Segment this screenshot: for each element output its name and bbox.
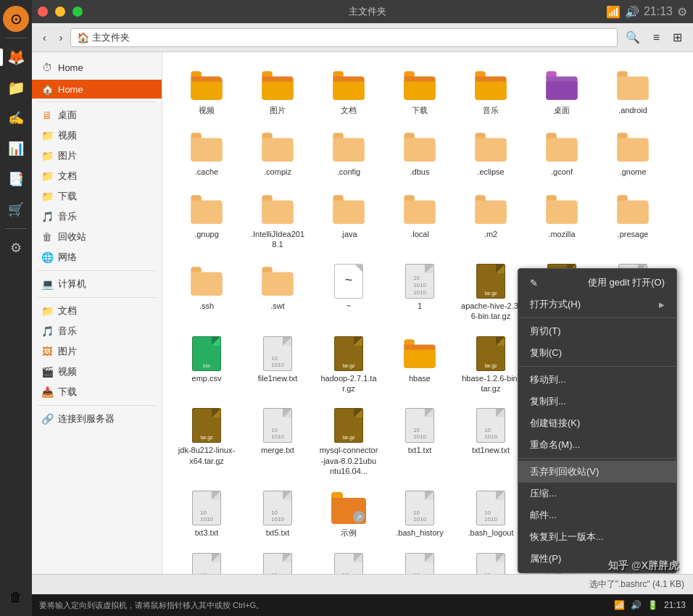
file-mysql-connector[interactable]: tar.gz mysql-connector-java-8.0.21ubuntu… bbox=[316, 404, 381, 480]
sidebar-item-trash[interactable]: 🗑 回收站 bbox=[32, 227, 162, 247]
dock-calc[interactable]: 📊 bbox=[3, 136, 29, 162]
forward-button[interactable]: › bbox=[54, 29, 68, 46]
ctx-copy[interactable]: 复制(C) bbox=[518, 342, 676, 364]
sidebar-item-recent[interactable]: ⏱ Home bbox=[32, 58, 162, 77]
back-button[interactable]: ‹ bbox=[38, 29, 51, 46]
ctx-revert[interactable]: 恢复到上一版本... bbox=[518, 526, 676, 548]
file-mysql-history[interactable]: 101010 .mysql_history bbox=[316, 549, 381, 574]
folder-gnupg[interactable]: .gnupg bbox=[174, 188, 239, 254]
folder-desktop[interactable]: 桌面 bbox=[529, 64, 594, 120]
file-merge-crc[interactable]: 101010 .merge.txt.crc bbox=[245, 549, 310, 574]
dock-impress[interactable]: 📑 bbox=[3, 166, 29, 192]
tray-icon-network: 📶 bbox=[614, 600, 625, 610]
folder-eclipse[interactable]: .eclipse bbox=[458, 125, 523, 181]
folder-dbus[interactable]: .dbus bbox=[387, 125, 452, 181]
grid-view-button[interactable]: ⊞ bbox=[668, 28, 687, 47]
folder-java[interactable]: .java bbox=[316, 188, 381, 254]
file-hadoop[interactable]: tar.gz hadoop-2.7.1.tar.gz bbox=[316, 332, 381, 399]
file-tilde[interactable]: ~ ~ bbox=[316, 259, 381, 326]
search-button[interactable]: 🔍 bbox=[621, 28, 645, 47]
sidebar-item-video2[interactable]: 🎬 视频 bbox=[32, 362, 162, 382]
folder-cache[interactable]: .cache bbox=[174, 125, 239, 181]
folder-intellij[interactable]: .IntelliJIdea2018.1 bbox=[245, 188, 310, 254]
sidebar-item-music[interactable]: 🎵 音乐 bbox=[32, 207, 162, 227]
minimize-button[interactable] bbox=[55, 7, 65, 17]
file-txt1[interactable]: 101010 txt1.txt bbox=[387, 404, 452, 480]
file-sudo-admin[interactable]: 101010 .sudo_as_admin_successful bbox=[458, 549, 523, 574]
folder-config[interactable]: .config bbox=[316, 125, 381, 181]
ctx-open-gedit[interactable]: ✎ 使用 gedit 打开(O) bbox=[518, 272, 676, 294]
file-txt5[interactable]: 101010 txt5.txt bbox=[245, 486, 310, 542]
folder-local[interactable]: .local bbox=[387, 188, 452, 254]
ctx-open-with[interactable]: 打开方式(H) ▶ bbox=[518, 294, 676, 315]
file-file1new[interactable]: 101010 file1new.txt bbox=[245, 332, 310, 399]
sidebar-item-server[interactable]: 🔗 连接到服务器 bbox=[32, 409, 162, 429]
file-merge[interactable]: 101010 merge.txt bbox=[245, 404, 310, 480]
sidebar-item-music2[interactable]: 🎵 音乐 bbox=[32, 321, 162, 341]
dock-ubuntu[interactable]: ⊙ bbox=[3, 6, 29, 32]
ctx-move-to[interactable]: 移动到... bbox=[518, 369, 676, 391]
sidebar-item-desktop[interactable]: 🖥 桌面 bbox=[32, 105, 162, 125]
sidebar-item-picture2[interactable]: 🖼 图片 bbox=[32, 341, 162, 362]
file-bash-history[interactable]: 101010 .bash_history bbox=[387, 486, 452, 542]
sidebar-item-download[interactable]: 📁 下载 bbox=[32, 186, 162, 207]
folder-m2[interactable]: .m2 bbox=[458, 188, 523, 254]
file-profile[interactable]: 101010 .profile bbox=[387, 549, 452, 574]
folder-document[interactable]: 文档 bbox=[316, 64, 381, 120]
folder-gnome[interactable]: .gnome bbox=[600, 125, 665, 181]
list-view-button[interactable]: ≡ bbox=[648, 28, 665, 47]
sidebar-item-doc2[interactable]: 📁 文档 bbox=[32, 301, 162, 321]
sidebar-item-network[interactable]: 🌐 网络 bbox=[32, 247, 162, 267]
dock-trash[interactable]: 🗑 bbox=[3, 584, 29, 610]
dock-writer[interactable]: ✍ bbox=[3, 105, 29, 131]
file-bash-logout[interactable]: 101010 .bash_logout bbox=[458, 486, 523, 542]
folder-picture-label: 图片 bbox=[270, 105, 286, 115]
dock-files[interactable]: 📁 bbox=[3, 75, 29, 101]
file-hbase-tar[interactable]: tar.gz hbase-1.2.6-bin.tar.gz bbox=[458, 332, 523, 399]
ctx-trash[interactable]: 丢弃到回收站(V) bbox=[518, 461, 676, 483]
folder-music[interactable]: 音乐 bbox=[458, 64, 523, 120]
dock-settings[interactable]: ⚙ bbox=[3, 235, 29, 261]
folder-example[interactable]: ↗ 示例 bbox=[316, 486, 381, 542]
file-jdk-tar[interactable]: tar.gz jdk-8u212-linux-x64.tar.gz bbox=[174, 404, 239, 480]
ctx-rename[interactable]: 重命名(M)... bbox=[518, 434, 676, 456]
network-icon: 🌐 bbox=[41, 251, 54, 263]
location-bar[interactable]: 🏠 主文件夹 bbox=[70, 28, 617, 47]
file-txt3[interactable]: 101010 txt3.txt bbox=[174, 486, 239, 542]
ctx-create-link[interactable]: 创建链接(K) bbox=[518, 412, 676, 434]
ctx-compress[interactable]: 压缩... bbox=[518, 483, 676, 504]
file-area[interactable]: 视频 图片 bbox=[162, 52, 693, 574]
folder-video[interactable]: 视频 bbox=[174, 64, 239, 120]
folder-music-label: 音乐 bbox=[483, 105, 499, 115]
close-button[interactable] bbox=[38, 7, 48, 17]
file-txt1new[interactable]: 101010 txt1new.txt bbox=[458, 404, 523, 480]
dock-firefox[interactable]: 🦊 bbox=[3, 44, 29, 70]
file-1[interactable]: 1010101010 1 bbox=[387, 259, 452, 326]
folder-gconf[interactable]: .gconf bbox=[529, 125, 594, 181]
folder-android[interactable]: .android bbox=[600, 64, 665, 120]
sidebar-item-document[interactable]: 📁 文档 bbox=[32, 166, 162, 186]
file-iceauthority[interactable]: 101010 .ICEauthority bbox=[174, 549, 239, 574]
folder-picture[interactable]: 图片 bbox=[245, 64, 310, 120]
recent-icon: ⏱ bbox=[41, 62, 54, 73]
ctx-send-email[interactable]: 邮件... bbox=[518, 504, 676, 526]
folder-download[interactable]: 下载 bbox=[387, 64, 452, 120]
file-emp-csv[interactable]: csv emp.csv bbox=[174, 332, 239, 399]
dock-amazon[interactable]: 🛒 bbox=[3, 196, 29, 222]
folder-swt[interactable]: .swt bbox=[245, 259, 310, 326]
maximize-button[interactable] bbox=[72, 7, 83, 17]
sidebar-item-picture[interactable]: 📁 图片 bbox=[32, 146, 162, 166]
folder-presage[interactable]: .presage bbox=[600, 188, 665, 254]
sidebar-item-computer[interactable]: 💻 计算机 bbox=[32, 274, 162, 294]
ctx-copy-to[interactable]: 复制到... bbox=[518, 391, 676, 412]
sidebar-item-home[interactable]: 🏠 Home bbox=[32, 80, 162, 99]
folder-mozilla[interactable]: .mozilla bbox=[529, 188, 594, 254]
ctx-cut[interactable]: 剪切(T) bbox=[518, 320, 676, 342]
sidebar-item-download2[interactable]: 📥 下载 bbox=[32, 382, 162, 402]
tray-clock: 21:13 bbox=[664, 600, 686, 610]
folder-compiz[interactable]: .compiz bbox=[245, 125, 310, 181]
folder-hbase[interactable]: hbase bbox=[387, 332, 452, 399]
file-apache-hive[interactable]: tar.gz apache-hive-2.3.6-bin.tar.gz bbox=[458, 259, 523, 326]
sidebar-item-video[interactable]: 📁 视频 bbox=[32, 125, 162, 146]
folder-ssh[interactable]: .ssh bbox=[174, 259, 239, 326]
